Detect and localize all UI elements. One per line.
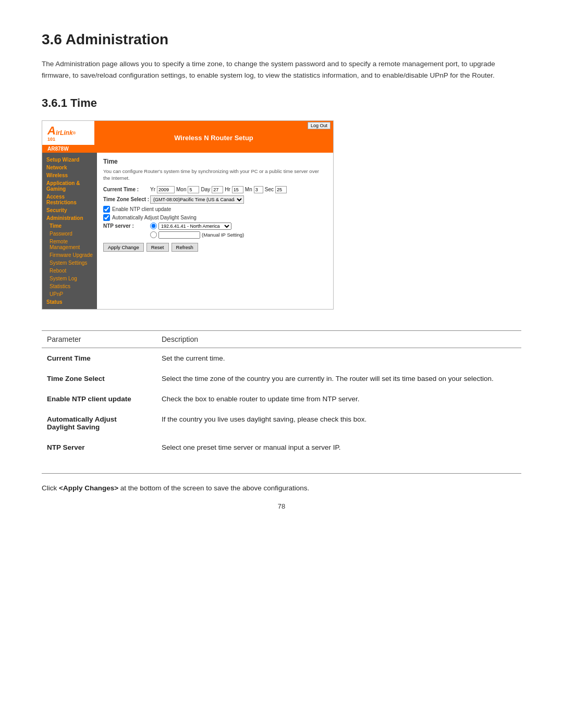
logo-irlink-text: irLink xyxy=(56,129,73,137)
content-heading: Time xyxy=(103,158,327,165)
ntp-server-row: NTP server : 192.6.41.41 - North America… xyxy=(103,223,327,239)
min-label: Mn xyxy=(245,187,252,192)
param-desc-ntp-server: Select one preset time server or manual … xyxy=(156,437,521,458)
param-desc-current-time: Set the current time. xyxy=(156,348,521,369)
mon-label: Mon xyxy=(176,187,186,192)
page-number: 78 xyxy=(42,502,521,510)
enable-ntp-checkbox[interactable] xyxy=(103,206,110,213)
table-row: Automatically AdjustDaylight Saving If t… xyxy=(42,409,521,437)
ntp-option-manual: (Manual IP Setting) xyxy=(150,231,244,239)
ntp-radio-preset[interactable] xyxy=(150,223,157,229)
param-name-auto-dst: Automatically AdjustDaylight Saving xyxy=(42,409,156,437)
param-desc-enable-ntp: Check the box to enable router to update… xyxy=(156,389,521,409)
nav-sub-remote-management[interactable]: Remote Management xyxy=(42,238,97,251)
col-param-header: Parameter xyxy=(42,331,156,348)
reset-button[interactable]: Reset xyxy=(146,243,169,252)
col-desc-header: Description xyxy=(156,331,521,348)
action-buttons: Apply Change Reset Refresh xyxy=(103,243,327,252)
nav-sub-reboot[interactable]: Reboot xyxy=(42,267,97,275)
router-header-title: Wireless N Router Setup xyxy=(94,134,333,142)
day-label: Day xyxy=(201,187,210,192)
logo-101: 101 xyxy=(47,137,55,142)
nav-sub-statistics[interactable]: Statistics xyxy=(42,282,97,290)
nav-sub-system-settings[interactable]: System Settings xyxy=(42,259,97,267)
ntp-preset-select[interactable]: 192.6.41.41 - North America xyxy=(158,223,231,230)
day-input[interactable] xyxy=(212,186,223,193)
yr-input[interactable] xyxy=(157,186,175,193)
ntp-server-label: NTP server : xyxy=(103,223,150,229)
nav-sub-upnp[interactable]: UPnP xyxy=(42,290,97,298)
hr-label: Hr xyxy=(225,187,230,192)
table-row: NTP Server Select one preset time server… xyxy=(42,437,521,458)
timezone-row: Time Zone Select : (GMT-08:00)Pacific Ti… xyxy=(103,195,327,204)
table-row: Enable NTP client update Check the box t… xyxy=(42,389,521,409)
current-time-label: Current Time : xyxy=(103,187,150,192)
router-content-area: Time You can configure Router's system t… xyxy=(97,153,333,309)
nav-wireless[interactable]: Wireless xyxy=(42,171,97,179)
yr-label: Yr xyxy=(150,187,155,192)
router-logo-area: A irLink ® 101 xyxy=(42,121,94,145)
hr-input[interactable] xyxy=(232,186,243,193)
table-row: Current Time Set the current time. xyxy=(42,348,521,369)
timezone-select-wrap: (GMT-08:00)Pacific Time (US & Canada) Ti… xyxy=(150,195,244,204)
logo-a-letter: A xyxy=(47,124,56,138)
param-name-timezone: Time Zone Select xyxy=(42,368,156,389)
nav-sub-system-log[interactable]: System Log xyxy=(42,275,97,282)
ntp-options: 192.6.41.41 - North America (Manual IP S… xyxy=(150,223,244,239)
table-bottom-rule xyxy=(42,473,521,474)
ntp-manual-input[interactable] xyxy=(158,231,200,239)
sec-label: Sec xyxy=(265,187,274,192)
nav-application-gaming[interactable]: Application & Gaming xyxy=(42,179,97,193)
parameter-table: Parameter Description Current Time Set t… xyxy=(42,330,521,458)
param-desc-timezone: Select the time zone of the country you … xyxy=(156,368,521,389)
timezone-select[interactable]: (GMT-08:00)Pacific Time (US & Canada) Ti… xyxy=(150,195,244,204)
ntp-option-preset: 192.6.41.41 - North America xyxy=(150,223,244,230)
auto-dst-label: Automatically Adjust Daylight Saving xyxy=(112,215,197,220)
content-description: You can configure Router's system time b… xyxy=(103,168,327,182)
nav-sub-firmware-upgrade[interactable]: Firmware Upgrade xyxy=(42,251,97,259)
section-title: 3.6.1 Time xyxy=(42,96,521,110)
nav-security[interactable]: Security xyxy=(42,206,97,214)
param-name-ntp-server: NTP Server xyxy=(42,437,156,458)
nav-network[interactable]: Network xyxy=(42,164,97,171)
nav-administration[interactable]: Administration xyxy=(42,214,97,222)
nav-sub-time[interactable]: Time xyxy=(42,222,97,230)
ntp-radio-manual[interactable] xyxy=(150,231,157,238)
param-name-enable-ntp: Enable NTP client update xyxy=(42,389,156,409)
intro-paragraph: The Administration page allows you to sp… xyxy=(42,58,521,81)
refresh-button[interactable]: Refresh xyxy=(172,243,198,252)
sec-input[interactable] xyxy=(275,186,287,193)
table-row: Time Zone Select Select the time zone of… xyxy=(42,368,521,389)
router-ui-screenshot: A irLink ® 101 Log Out Wireless N Router… xyxy=(42,120,334,310)
param-name-current-time: Current Time xyxy=(42,348,156,369)
page-main-title: 3.6 Administration xyxy=(42,31,521,48)
param-desc-auto-dst: If the country you live uses daylight sa… xyxy=(156,409,521,437)
router-model: AR878W xyxy=(42,145,333,153)
ntp-manual-label: (Manual IP Setting) xyxy=(202,232,244,238)
mon-input[interactable] xyxy=(188,186,199,193)
auto-dst-row: Automatically Adjust Daylight Saving xyxy=(103,214,327,221)
current-time-row: Current Time : Yr Mon Day Hr Mn Sec xyxy=(103,186,327,193)
current-time-inputs: Yr Mon Day Hr Mn Sec xyxy=(150,186,287,193)
nav-status[interactable]: Status xyxy=(42,298,97,306)
logo-reg: ® xyxy=(73,131,76,135)
enable-ntp-label: Enable NTP client update xyxy=(112,206,171,212)
footer-paragraph: Click <Apply Changes> at the bottom of t… xyxy=(42,484,521,492)
nav-sub-password[interactable]: Password xyxy=(42,230,97,238)
nav-setup-wizard[interactable]: Setup Wizard xyxy=(42,156,97,164)
logout-button[interactable]: Log Out xyxy=(308,122,331,129)
enable-ntp-row: Enable NTP client update xyxy=(103,206,327,213)
auto-dst-checkbox[interactable] xyxy=(103,214,110,221)
nav-access-restrictions[interactable]: Access Restrictions xyxy=(42,193,97,206)
min-input[interactable] xyxy=(254,186,263,193)
timezone-label: Time Zone Select : xyxy=(103,196,150,202)
apply-change-button[interactable]: Apply Change xyxy=(103,243,144,252)
router-sidebar: Setup Wizard Network Wireless Applicatio… xyxy=(42,153,97,309)
